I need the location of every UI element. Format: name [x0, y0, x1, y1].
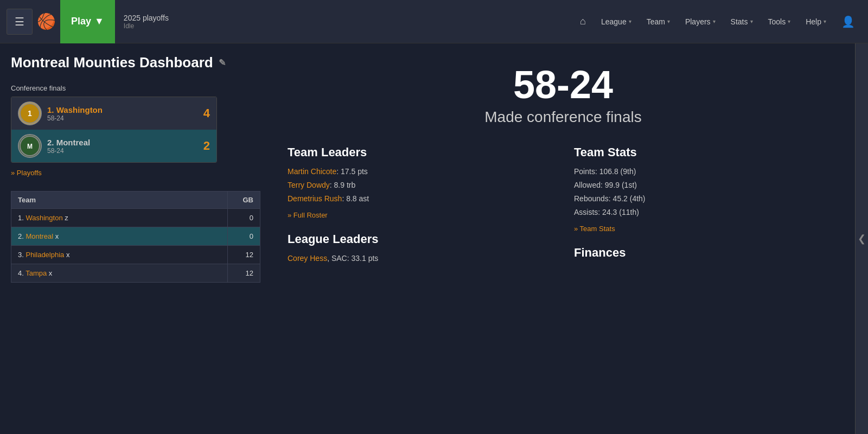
league-leader-name-1[interactable]: Corey Hess	[288, 254, 327, 263]
conference-status: Made conference finals	[288, 108, 839, 126]
nav-players[interactable]: Players ▾	[679, 13, 722, 30]
standing-team-link[interactable]: Philadelphia	[25, 251, 64, 259]
game-status: 2025 playoffs Idle	[124, 14, 169, 30]
stat-assists: Assists: 24.3 (11th)	[574, 207, 839, 218]
main-nav: ⌂ League ▾ Team ▾ Players ▾ Stats ▾ Tool…	[573, 11, 861, 33]
leader-name-1[interactable]: Martin Chicote	[288, 167, 336, 176]
chevron-down-icon: ▾	[824, 18, 826, 24]
play-button[interactable]: Play ▼	[60, 0, 115, 43]
hamburger-icon: ☰	[15, 15, 24, 28]
user-account-button[interactable]: 👤	[835, 11, 861, 33]
team-stats-link[interactable]: » Team Stats	[574, 225, 615, 233]
team-badge-washington: 1	[18, 101, 42, 125]
team-info-washington: 1. Washington 58-24	[47, 105, 198, 122]
play-arrow-icon: ▼	[94, 16, 104, 27]
nav-help[interactable]: Help ▾	[799, 13, 833, 30]
left-panel: Montreal Mounties Dashboard ✎ Conference…	[0, 43, 271, 434]
svg-text:M: M	[27, 143, 33, 150]
standing-team-link[interactable]: Washington	[25, 214, 62, 222]
leader-name-3[interactable]: Demetrius Rush	[288, 194, 342, 203]
stat-allowed: Allowed: 99.9 (1st)	[574, 180, 839, 191]
full-roster-link[interactable]: » Full Roster	[288, 211, 328, 219]
page-title: Montreal Mounties Dashboard	[11, 54, 213, 71]
main-content: Montreal Mounties Dashboard ✎ Conference…	[0, 43, 868, 434]
chevron-down-icon: ▾	[713, 18, 716, 24]
conf-team-2: M 2. Montreal 58-24 2	[11, 130, 216, 162]
finances-title: Finances	[574, 246, 839, 260]
team-stats-col: Team Stats Points: 106.8 (9th) Allowed: …	[574, 145, 839, 266]
team-leader-1: Martin Chicote: 17.5 pts	[288, 166, 552, 177]
team-stats-title: Team Stats	[574, 145, 839, 159]
conference-finals-box: 1 1. Washington 58-24 4 M	[11, 97, 217, 163]
page-title-area: Montreal Mounties Dashboard ✎	[11, 54, 260, 71]
team-leader-3: Demetrius Rush: 8.8 ast	[288, 193, 552, 205]
standing-team-link[interactable]: Tampa	[25, 269, 47, 277]
right-panel: 58-24 Made conference finals Team Leader…	[271, 43, 855, 434]
nav-league[interactable]: League ▾	[595, 13, 638, 30]
team-record: 58-24	[288, 65, 839, 104]
standing-team-link[interactable]: Montreal	[25, 232, 53, 240]
team-leader-2: Terry Dowdy: 8.9 trb	[288, 180, 552, 191]
table-row: 2. Montreal x0	[11, 227, 260, 246]
team-score-washington: 4	[203, 106, 210, 120]
nav-tools[interactable]: Tools ▾	[762, 13, 797, 30]
team-leaders-title: Team Leaders	[288, 145, 552, 159]
playoffs-link[interactable]: » Playoffs	[11, 169, 42, 177]
big-record-area: 58-24 Made conference finals	[288, 54, 839, 131]
play-label: Play	[71, 16, 91, 27]
stat-rebounds: Rebounds: 45.2 (4th)	[574, 193, 839, 205]
team-score-montreal: 2	[203, 139, 210, 153]
app-logo: 🏀	[37, 12, 56, 30]
table-row: 4. Tampa x12	[11, 264, 260, 283]
chevron-down-icon: ▾	[788, 18, 790, 24]
league-leaders-title: League Leaders	[288, 232, 552, 246]
chevron-down-icon: ▾	[667, 18, 670, 24]
user-icon: 👤	[841, 16, 855, 28]
standings-team-header: Team	[11, 192, 228, 209]
chevron-left-icon: ❮	[858, 233, 866, 245]
stat-points: Points: 106.8 (9th)	[574, 166, 839, 177]
table-row: 1. Washington z0	[11, 209, 260, 227]
team-leaders-col: Team Leaders Martin Chicote: 17.5 pts Te…	[288, 145, 552, 266]
chevron-down-icon: ▾	[750, 18, 753, 24]
standings-gb-header: GB	[228, 192, 260, 209]
conference-finals-label: Conference finals	[11, 84, 260, 92]
conf-team-1: 1 1. Washington 58-24 4	[11, 97, 216, 130]
edit-icon[interactable]: ✎	[219, 58, 226, 68]
home-nav-button[interactable]: ⌂	[573, 11, 592, 31]
leader-name-2[interactable]: Terry Dowdy	[288, 181, 330, 189]
right-edge-toggle[interactable]: ❮	[855, 43, 868, 434]
nav-stats[interactable]: Stats ▾	[724, 13, 760, 30]
team-info-montreal: 2. Montreal 58-24	[47, 138, 198, 155]
chevron-down-icon: ▾	[629, 18, 631, 24]
league-leader-1: Corey Hess, SAC: 33.1 pts	[288, 253, 552, 264]
table-row: 3. Philadelphia x12	[11, 246, 260, 264]
svg-text:1: 1	[28, 109, 32, 118]
stats-row: Team Leaders Martin Chicote: 17.5 pts Te…	[288, 145, 839, 266]
nav-team[interactable]: Team ▾	[640, 13, 676, 30]
standings-table: Team GB 1. Washington z02. Montreal x03.…	[11, 191, 260, 283]
team-badge-montreal: M	[18, 134, 42, 158]
status-title: 2025 playoffs	[124, 14, 169, 22]
app-header: ☰ 🏀 Play ▼ 2025 playoffs Idle ⌂ League ▾…	[0, 0, 868, 43]
status-sub: Idle	[124, 22, 169, 30]
hamburger-button[interactable]: ☰	[7, 9, 33, 35]
